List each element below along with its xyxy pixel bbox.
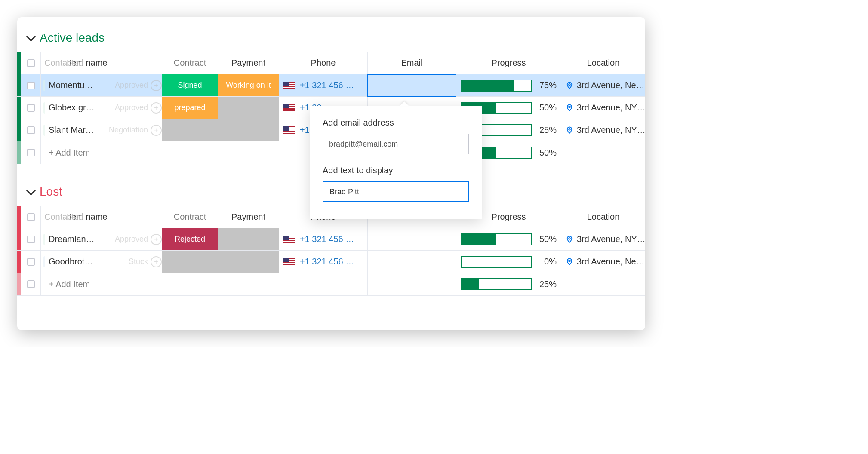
chat-icon: + bbox=[151, 102, 162, 114]
header-contract[interactable]: Contract bbox=[162, 206, 218, 228]
header-payment[interactable]: Payment bbox=[218, 52, 279, 74]
item-name: Goodbrot… bbox=[45, 255, 96, 268]
email-input[interactable] bbox=[323, 134, 469, 154]
group-title: Lost bbox=[40, 185, 62, 199]
cell-contract[interactable] bbox=[162, 251, 218, 273]
cell-contract[interactable]: Signed bbox=[162, 74, 218, 96]
svg-point-4 bbox=[569, 260, 570, 261]
checkbox-icon bbox=[27, 104, 35, 112]
chat-icon: + bbox=[151, 80, 162, 91]
cell-email[interactable] bbox=[367, 228, 456, 250]
popover-email-label: Add email address bbox=[323, 118, 469, 128]
cell-location[interactable]: 3rd Avenue, NY… bbox=[561, 97, 645, 119]
cell-payment[interactable] bbox=[218, 119, 279, 141]
header-name[interactable]: Contacted Item name bbox=[40, 206, 162, 228]
flag-us-icon bbox=[283, 258, 295, 266]
svg-point-3 bbox=[569, 237, 570, 239]
cell-payment[interactable]: Working on it bbox=[218, 74, 279, 96]
cell-progress[interactable]: 0% bbox=[456, 251, 561, 273]
cell-progress[interactable]: 75% bbox=[456, 74, 561, 96]
table-row[interactable]: Call again Stuck + Goodbrot… +1 321 456 … bbox=[17, 251, 645, 273]
popover-text-label: Add text to display bbox=[323, 166, 469, 175]
checkbox-icon bbox=[27, 280, 35, 288]
flag-us-icon bbox=[283, 82, 295, 89]
chat-icon: + bbox=[151, 234, 162, 245]
cell-name[interactable]: Won Approved + Momentu… bbox=[40, 74, 162, 96]
add-item-row[interactable]: + Add Item 25% bbox=[17, 273, 645, 295]
group-header-active[interactable]: Active leads bbox=[17, 28, 645, 52]
row-checkbox[interactable] bbox=[21, 119, 40, 141]
svg-point-1 bbox=[569, 106, 570, 107]
cell-email[interactable] bbox=[367, 251, 456, 273]
cell-location[interactable]: 3rd Avenue, NY… bbox=[561, 119, 645, 141]
header-email[interactable]: Email bbox=[367, 52, 456, 74]
add-item-label: + Add Item bbox=[45, 146, 93, 160]
cell-phone[interactable]: +1 321 456 … bbox=[279, 74, 367, 96]
chat-icon: + bbox=[151, 256, 162, 267]
chat-icon: + bbox=[151, 125, 162, 136]
cell-contract[interactable]: prepared bbox=[162, 97, 218, 119]
row-checkbox[interactable] bbox=[21, 141, 40, 164]
header-phone[interactable]: Phone bbox=[279, 52, 367, 74]
summary-progress: 25% bbox=[456, 273, 561, 295]
board-container: Active leads Contacted Item name Contrac… bbox=[17, 17, 645, 330]
location-pin-icon bbox=[566, 126, 573, 134]
email-popover: Add email address Add text to display bbox=[310, 106, 482, 219]
cell-location[interactable]: 3rd Avenue, Ne… bbox=[561, 74, 645, 96]
row-checkbox[interactable] bbox=[21, 228, 40, 250]
ghost-col-contacted: Contacted bbox=[44, 58, 83, 68]
flag-us-icon bbox=[283, 104, 295, 112]
cell-phone[interactable]: +1 321 456 … bbox=[279, 251, 367, 273]
item-name: Globex gr… bbox=[45, 101, 98, 114]
checkbox-icon bbox=[27, 258, 35, 266]
cell-location[interactable]: 3rd Avenue, NY… bbox=[561, 228, 645, 250]
header-contract[interactable]: Contract bbox=[162, 52, 218, 74]
location-pin-icon bbox=[566, 236, 573, 243]
checkbox-icon bbox=[27, 126, 35, 134]
location-pin-icon bbox=[566, 82, 573, 89]
header-select-all[interactable] bbox=[21, 206, 40, 228]
add-item-cell[interactable]: + Add Item bbox=[40, 273, 162, 295]
cell-location[interactable]: 3rd Avenue, Ne… bbox=[561, 251, 645, 273]
cell-name[interactable]: Call again Stuck + Goodbrot… bbox=[40, 251, 162, 273]
row-checkbox[interactable] bbox=[21, 273, 40, 295]
group-title: Active leads bbox=[40, 31, 105, 45]
flag-us-icon bbox=[283, 236, 295, 243]
row-checkbox[interactable] bbox=[21, 97, 40, 119]
chevron-down-icon bbox=[26, 32, 36, 42]
cell-name[interactable]: Won Negotiation + Slant Mar… bbox=[40, 119, 162, 141]
table-row[interactable]: Won Approved + Momentu… Signed Working o… bbox=[17, 74, 645, 97]
cell-progress[interactable]: 50% bbox=[456, 228, 561, 250]
row-checkbox[interactable] bbox=[21, 74, 40, 96]
item-name: Dreamlan… bbox=[45, 233, 98, 246]
item-name: Slant Mar… bbox=[45, 123, 98, 137]
header-name[interactable]: Contacted Item name bbox=[40, 52, 162, 74]
header-progress[interactable]: Progress bbox=[456, 52, 561, 74]
header-payment[interactable]: Payment bbox=[218, 206, 279, 228]
header-location[interactable]: Location bbox=[561, 206, 645, 228]
checkbox-icon bbox=[27, 59, 35, 67]
header-location[interactable]: Location bbox=[561, 52, 645, 74]
chevron-down-icon bbox=[26, 186, 36, 196]
cell-phone[interactable]: +1 321 456 … bbox=[279, 228, 367, 250]
cell-contract[interactable]: Rejected bbox=[162, 228, 218, 250]
cell-email[interactable] bbox=[367, 74, 456, 96]
row-checkbox[interactable] bbox=[21, 251, 40, 273]
location-pin-icon bbox=[566, 104, 573, 112]
header-select-all[interactable] bbox=[21, 52, 40, 74]
add-item-cell[interactable]: + Add Item bbox=[40, 141, 162, 164]
cell-name[interactable]: Won Approved + Dreamlan… bbox=[40, 228, 162, 250]
table-row[interactable]: Won Approved + Dreamlan… Rejected +1 321… bbox=[17, 228, 645, 251]
cell-payment[interactable] bbox=[218, 251, 279, 273]
display-text-input[interactable] bbox=[323, 181, 469, 202]
location-pin-icon bbox=[566, 258, 573, 266]
checkbox-icon bbox=[27, 82, 35, 89]
cell-payment[interactable] bbox=[218, 228, 279, 250]
item-name: Momentu… bbox=[45, 79, 96, 92]
cell-payment[interactable] bbox=[218, 97, 279, 119]
cell-contract[interactable] bbox=[162, 119, 218, 141]
cell-name[interactable]: Won Approved + Globex gr… bbox=[40, 97, 162, 119]
table-header-row: Contacted Item name Contract Payment Pho… bbox=[17, 52, 645, 74]
checkbox-icon bbox=[27, 149, 35, 156]
flag-us-icon bbox=[283, 126, 295, 134]
